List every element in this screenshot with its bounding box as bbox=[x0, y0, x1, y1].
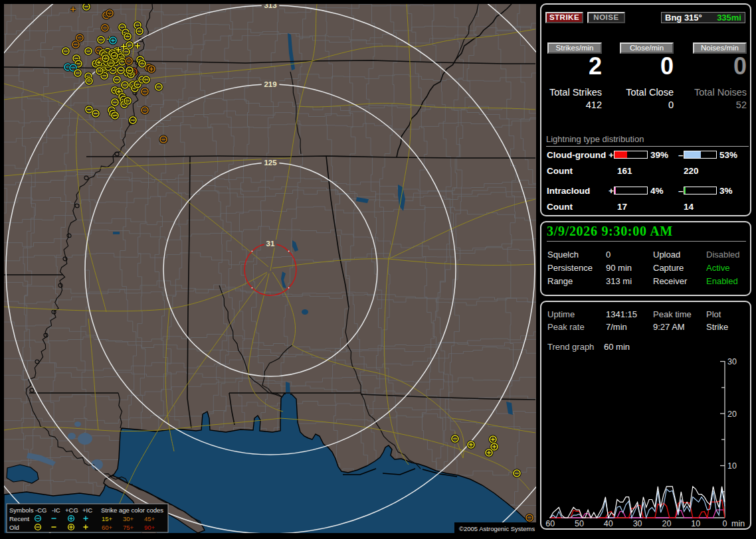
svg-text:45+: 45+ bbox=[144, 515, 155, 522]
svg-text:75+: 75+ bbox=[123, 524, 134, 531]
svg-text:+CG: +CG bbox=[65, 506, 78, 514]
svg-text:Strike age color codes: Strike age color codes bbox=[101, 506, 163, 514]
svg-text:125: 125 bbox=[264, 159, 277, 167]
svg-text:219: 219 bbox=[264, 80, 276, 88]
svg-text:Old: Old bbox=[9, 524, 19, 531]
svg-text:20: 20 bbox=[662, 519, 671, 528]
svg-text:©2005 Astrogenic Systems: ©2005 Astrogenic Systems bbox=[459, 525, 535, 532]
svg-text:60+: 60+ bbox=[102, 524, 113, 531]
svg-text:-IC: -IC bbox=[52, 506, 60, 514]
svg-text:Recent: Recent bbox=[9, 515, 29, 522]
svg-text:0: 0 bbox=[723, 519, 727, 528]
svg-text:+IC: +IC bbox=[82, 506, 92, 514]
svg-text:50: 50 bbox=[575, 519, 584, 528]
svg-text:40: 40 bbox=[604, 519, 613, 528]
svg-text:30+: 30+ bbox=[123, 515, 134, 522]
svg-text:31: 31 bbox=[266, 240, 275, 248]
svg-text:min: min bbox=[731, 519, 745, 528]
svg-text:10: 10 bbox=[691, 519, 700, 528]
svg-text:20: 20 bbox=[727, 410, 737, 419]
svg-text:30: 30 bbox=[727, 357, 737, 366]
svg-text:-CG: -CG bbox=[35, 506, 47, 514]
svg-text:Symbols: Symbols bbox=[9, 506, 34, 514]
svg-text:10: 10 bbox=[727, 461, 737, 471]
svg-text:90+: 90+ bbox=[144, 524, 155, 531]
svg-text:15+: 15+ bbox=[102, 515, 113, 522]
svg-text:60: 60 bbox=[545, 519, 555, 528]
svg-text:30: 30 bbox=[633, 519, 642, 528]
